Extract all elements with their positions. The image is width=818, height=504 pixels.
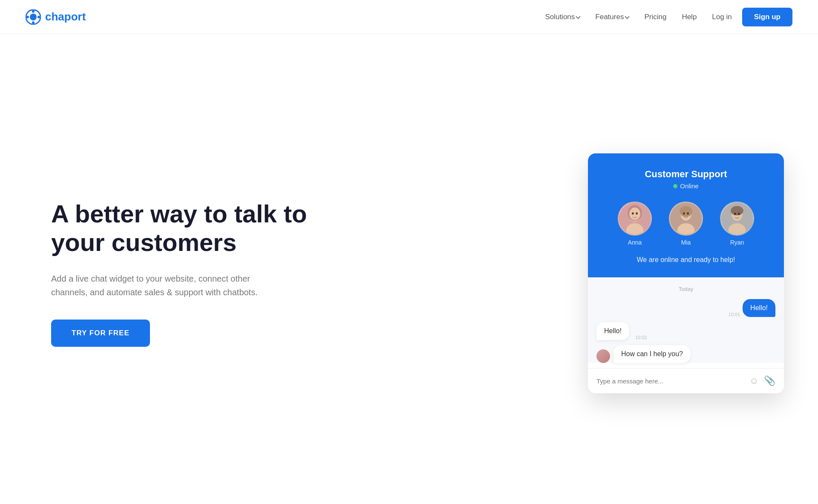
chat-welcome-text: We are online and ready to help! — [601, 256, 771, 264]
agent-anna: Anna — [618, 202, 652, 246]
svg-point-3 — [32, 21, 35, 24]
nav-link-features[interactable]: Features — [595, 13, 629, 21]
svg-point-23 — [734, 213, 736, 215]
message-outgoing-hello: 10:01 Hello! — [596, 299, 775, 317]
agent-thumb — [596, 349, 610, 363]
agent-mia-name: Mia — [681, 239, 691, 246]
navbar: chaport Solutions Features Pricing Help … — [0, 0, 818, 34]
message-incoming-help: How can I help you? — [596, 345, 775, 363]
agent-mia: Mia — [669, 202, 703, 246]
bubble-incoming-1: Hello! — [596, 322, 629, 340]
svg-point-12 — [636, 212, 638, 215]
svg-point-18 — [687, 212, 689, 215]
chat-body: Today 10:01 Hello! Hello! 10:02 How can … — [588, 277, 784, 363]
nav-link-solutions[interactable]: Solutions — [545, 13, 580, 21]
nav-item-solutions[interactable]: Solutions — [545, 13, 580, 21]
msg-time-1001: 10:01 — [729, 312, 740, 317]
nav-link-pricing[interactable]: Pricing — [644, 13, 666, 21]
chat-header: Customer Support Online — [588, 153, 784, 277]
svg-point-1 — [30, 14, 37, 20]
nav-links: Solutions Features Pricing Help — [545, 13, 697, 21]
svg-point-22 — [731, 206, 743, 215]
chat-widget: Customer Support Online — [588, 153, 784, 393]
agent-avatar-ryan — [720, 202, 754, 236]
online-dot — [673, 184, 677, 188]
logo-icon — [26, 9, 41, 25]
chat-date: Today — [596, 286, 775, 292]
svg-point-11 — [632, 212, 634, 215]
nav-item-help[interactable]: Help — [682, 13, 697, 21]
svg-point-10 — [629, 207, 640, 220]
agent-ryan-name: Ryan — [730, 239, 744, 246]
emoji-button[interactable]: ☺ — [749, 375, 759, 386]
msg-time-1002: 10:02 — [635, 335, 647, 340]
online-badge: Online — [601, 182, 771, 190]
agents-row: Anna — [601, 202, 771, 246]
hero-left: A better way to talk to your customers A… — [51, 200, 315, 347]
hero-subtitle: Add a live chat widget to your website, … — [51, 272, 273, 299]
svg-point-16 — [680, 206, 692, 217]
chevron-down-icon — [576, 14, 581, 19]
bubble-incoming-2: How can I help you? — [614, 345, 691, 363]
svg-point-2 — [32, 10, 35, 13]
hero-section: A better way to talk to your customers A… — [0, 34, 818, 504]
svg-point-24 — [738, 213, 740, 215]
agent-ryan: Ryan — [720, 202, 754, 246]
chevron-down-icon — [625, 14, 630, 19]
attachment-button[interactable]: 📎 — [764, 375, 775, 386]
chat-input-area: ☺ 📎 — [588, 368, 784, 393]
nav-item-features[interactable]: Features — [595, 13, 629, 21]
nav-link-help[interactable]: Help — [682, 13, 697, 21]
agent-avatar-anna — [618, 202, 652, 236]
signup-button[interactable]: Sign up — [742, 8, 792, 26]
bubble-outgoing-1: Hello! — [743, 299, 775, 317]
login-button[interactable]: Log in — [712, 13, 732, 21]
svg-point-4 — [26, 16, 29, 18]
logo-link[interactable]: chaport — [26, 9, 86, 25]
agent-avatar-mia — [669, 202, 703, 236]
svg-point-17 — [683, 212, 685, 215]
message-incoming-hello: Hello! 10:02 — [596, 322, 775, 340]
hero-title: A better way to talk to your customers — [51, 200, 315, 256]
svg-point-5 — [37, 16, 40, 18]
chat-input[interactable] — [596, 377, 744, 385]
chat-header-title: Customer Support — [601, 169, 771, 180]
logo-text: chaport — [45, 10, 86, 23]
agent-anna-name: Anna — [628, 239, 642, 246]
online-label: Online — [680, 182, 698, 190]
try-for-free-button[interactable]: TRY FOR FREE — [51, 320, 150, 347]
nav-item-pricing[interactable]: Pricing — [644, 13, 666, 21]
hero-right: Customer Support Online — [588, 153, 792, 393]
